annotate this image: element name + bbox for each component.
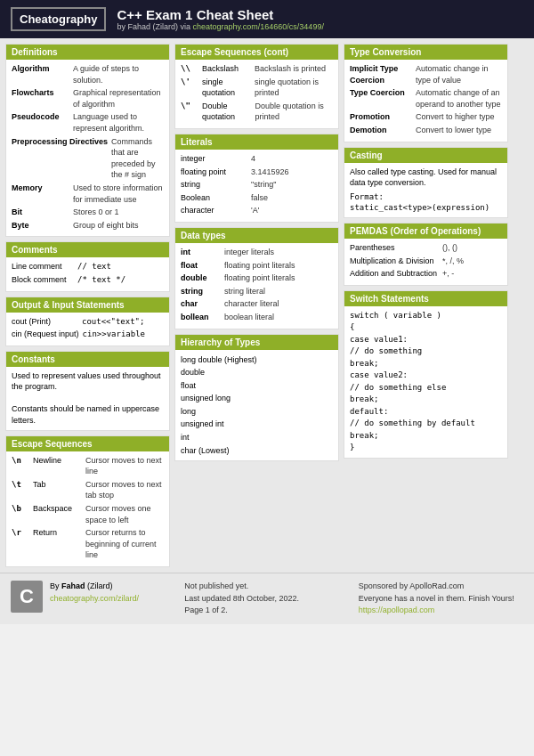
dt-term: bollean — [181, 312, 221, 323]
def-row-flowcharts: Flowcharts Graphical representation of a… — [12, 87, 164, 110]
def-term: Flowcharts — [12, 87, 69, 110]
dt-row-int: int integer literals — [181, 247, 333, 258]
dt-row-float: float floating point literals — [181, 260, 333, 272]
dt-term: string — [181, 286, 221, 297]
tc-term: Demotion — [350, 125, 412, 136]
def-term: Algorithm — [12, 63, 69, 85]
lit-term: integer — [181, 153, 247, 165]
dt-term: double — [181, 272, 221, 284]
esc-name: Backspace — [33, 503, 82, 515]
io-val: cin>>variable — [83, 329, 145, 340]
io-val: cout<<"text"; — [82, 316, 144, 328]
esc-desc: Cursor moves to next tab stop — [85, 479, 164, 501]
esc-row-double-quote: \" Double quotation Double quotation is … — [181, 101, 333, 123]
lit-row-character: character 'A' — [181, 205, 333, 216]
footer-not-published: Not published yet. — [184, 581, 349, 593]
footer-right: Sponsored by ApolloRad.com Everyone has … — [359, 581, 523, 617]
pemdas-header: PEMDAS (Order of Operations) — [344, 224, 507, 239]
esc-name: Backslash — [202, 63, 251, 75]
escape-cont-card: Escape Sequences (cont) \\ Backslash Bac… — [174, 44, 339, 129]
def-term: Memory — [12, 183, 69, 205]
esc-desc: Cursor moves one space to left — [85, 503, 164, 525]
tc-term: Implicit Type Coercion — [350, 63, 412, 85]
def-desc: Group of eight bits — [73, 220, 139, 232]
typeconv-body: Implicit Type Coercion Automatic change … — [344, 60, 507, 142]
pemdas-term: Parentheses — [350, 242, 439, 254]
io-term: cout (Print) — [12, 316, 78, 328]
footer: C By Fahad (Zilard) cheatography.com/zil… — [0, 573, 534, 624]
comments-term: Block comment — [12, 274, 74, 286]
esc-code: \b — [12, 503, 29, 515]
header-url[interactable]: cheatography.com/164660/cs/34499/ — [192, 22, 323, 31]
lit-row-boolean: Boolean false — [181, 192, 333, 204]
list-item: int — [181, 431, 333, 444]
lit-row-integer: integer 4 — [181, 153, 333, 165]
typeconv-card: Type Conversion Implicit Type Coercion A… — [344, 44, 508, 142]
list-item: unsigned long — [181, 392, 333, 405]
tc-row-promotion: Promotion Convert to higher type — [350, 111, 502, 123]
dt-row-string: string string literal — [181, 286, 333, 297]
lit-term: floating point — [181, 167, 247, 178]
literals-body: integer 4 floating point 3.1415926 strin… — [175, 150, 338, 222]
comments-val: /* text */ — [77, 274, 125, 286]
hierarchy-card: Hierarchy of Types long double (Highest)… — [174, 334, 339, 462]
esc-name: Tab — [33, 479, 82, 491]
esc-row-backslash: \\ Backslash Backslash is printed — [181, 63, 333, 75]
tc-term: Type Coercion — [350, 87, 412, 110]
dt-desc: boolean literal — [224, 312, 274, 323]
def-row-algorithm: Algorithm A guide of steps to solution. — [12, 63, 164, 85]
list-item: long — [181, 405, 333, 419]
constants-header: Constants — [6, 352, 169, 367]
casting-body: Also called type casting. Used for manua… — [344, 163, 507, 217]
col-left: Definitions Algorithm A guide of steps t… — [5, 44, 170, 567]
header: Cheatography C++ Exam 1 Cheat Sheet by F… — [0, 0, 534, 38]
footer-page: Page 1 of 2. — [184, 605, 349, 617]
def-desc: Used to store information for immediate … — [73, 183, 164, 205]
col-right: Type Conversion Implicit Type Coercion A… — [344, 44, 508, 567]
tc-row-demotion: Demotion Convert to lower type — [350, 125, 502, 136]
lit-term: string — [181, 179, 247, 191]
list-item: unsigned int — [181, 418, 333, 431]
switch-header: Switch Statements — [344, 291, 507, 306]
io-card: Output & Input Statements cout (Print) c… — [5, 297, 170, 346]
escape-card: Escape Sequences \n Newline Cursor moves… — [5, 435, 170, 567]
lit-term: character — [181, 205, 247, 216]
io-term: cin (Request input) — [12, 329, 79, 340]
literals-header: Literals — [175, 134, 338, 150]
datatypes-card: Data types int integer literals float fl… — [174, 227, 339, 329]
escape-cont-header: Escape Sequences (cont) — [175, 45, 338, 60]
lit-val: 4 — [251, 153, 255, 165]
switch-code: switch ( variable ) { case value1: // do… — [350, 310, 502, 454]
tc-row-type-coercion: Type Coercion Automatic change of an ope… — [350, 87, 502, 110]
footer-author-info: By Fahad (Zilard) cheatography.com/zilar… — [50, 581, 139, 605]
lit-row-float: floating point 3.1415926 — [181, 167, 333, 178]
comments-term: Line comment — [12, 261, 74, 272]
definitions-card: Definitions Algorithm A guide of steps t… — [5, 44, 170, 237]
def-term: Pseudocode — [12, 111, 69, 134]
escape-body: \n Newline Cursor moves to next line \t … — [6, 451, 169, 566]
switch-card: Switch Statements switch ( variable ) { … — [344, 290, 508, 459]
esc-name: Newline — [33, 455, 82, 467]
casting-format-label: Format: — [350, 191, 502, 203]
main-content: Definitions Algorithm A guide of steps t… — [0, 38, 534, 573]
constants-body: Used to represent values used throughout… — [6, 367, 169, 430]
comments-row-line: Line comment // text — [12, 261, 164, 272]
hierarchy-header: Hierarchy of Types — [175, 335, 338, 350]
header-text: C++ Exam 1 Cheat Sheet by Fahad (Zilard)… — [117, 7, 323, 31]
constants-text1: Used to represent values used throughout… — [12, 370, 164, 393]
io-header: Output & Input Statements — [6, 297, 169, 313]
page-title: C++ Exam 1 Cheat Sheet — [117, 7, 323, 22]
author-parens: (Zilard) — [87, 581, 113, 590]
footer-sponsored: Sponsored by ApolloRad.com — [359, 581, 523, 593]
esc-code: \' — [181, 77, 198, 88]
footer-sponsor-url[interactable]: https://apollopad.com — [359, 606, 435, 614]
casting-format-code: static_cast<type>(expression) — [350, 202, 502, 214]
definitions-header: Definitions — [6, 45, 169, 60]
author-name: Fahad — [61, 581, 85, 590]
pemdas-sym: (), () — [442, 242, 457, 254]
dt-desc: floating point literals — [224, 260, 295, 272]
esc-code: \t — [12, 479, 29, 491]
author-url[interactable]: cheatography.com/zilard/ — [50, 594, 139, 603]
def-term: Bit — [12, 207, 69, 218]
dt-row-boolean: bollean boolean literal — [181, 312, 333, 323]
